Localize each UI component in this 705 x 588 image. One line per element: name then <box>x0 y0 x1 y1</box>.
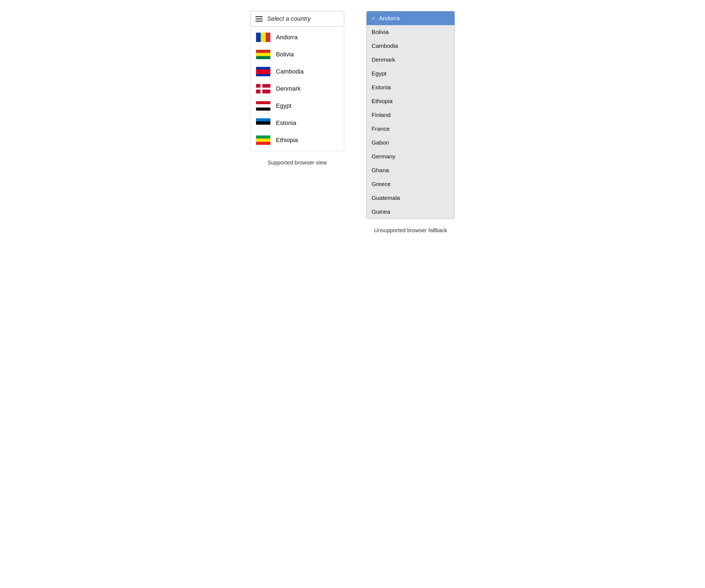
select-option-bolivia[interactable]: Bolivia <box>367 25 455 39</box>
right-panel: ✓ Andorra Bolivia Cambodia Denmark Egypt… <box>366 11 455 234</box>
list-item[interactable]: Andorra <box>250 29 344 46</box>
native-select[interactable]: ✓ Andorra Bolivia Cambodia Denmark Egypt… <box>366 11 455 219</box>
select-option-guinea[interactable]: Guinea <box>367 205 455 219</box>
select-box[interactable]: ✓ Andorra Bolivia Cambodia Denmark Egypt… <box>366 11 455 219</box>
list-item[interactable]: Denmark <box>250 80 344 97</box>
list-item[interactable]: Estonia <box>250 114 344 132</box>
select-option-estonia[interactable]: Estonia <box>367 81 455 94</box>
select-option-germany[interactable]: Germany <box>367 150 455 163</box>
list-item[interactable]: Egypt <box>250 97 344 114</box>
select-option-ghana[interactable]: Ghana <box>367 163 455 177</box>
custom-select[interactable]: Select a country Andorra Bolivia <box>250 11 344 151</box>
list-item[interactable]: Cambodia <box>250 63 344 80</box>
select-option-ethiopia[interactable]: Ethiopia <box>367 94 455 108</box>
left-panel: Select a country Andorra Bolivia <box>250 11 344 166</box>
flag-ethiopia <box>256 136 270 145</box>
left-panel-label: Supported browser view <box>268 159 327 166</box>
right-panel-label: Unsupported browser fallback <box>374 227 447 234</box>
select-option-finland[interactable]: Finland <box>367 108 455 122</box>
select-option-greece[interactable]: Greece <box>367 177 455 191</box>
list-item[interactable]: Bolivia <box>250 46 344 63</box>
checkmark-icon: ✓ <box>372 15 376 21</box>
hamburger-icon <box>255 16 263 21</box>
flag-cambodia <box>256 67 270 76</box>
select-option-france[interactable]: France <box>367 122 455 136</box>
select-option-denmark[interactable]: Denmark <box>367 53 455 67</box>
flag-estonia <box>256 118 270 128</box>
dropdown-list[interactable]: Andorra Bolivia Cambodia <box>250 27 344 151</box>
flag-denmark <box>256 84 270 93</box>
select-option-andorra[interactable]: ✓ Andorra <box>367 11 455 25</box>
select-option-gabon[interactable]: Gabon <box>367 136 455 150</box>
select-option-guatemala[interactable]: Guatemala <box>367 191 455 205</box>
select-trigger[interactable]: Select a country <box>250 11 344 27</box>
flag-egypt <box>256 101 270 110</box>
select-placeholder: Select a country <box>267 15 311 22</box>
flag-bolivia <box>256 50 270 59</box>
page-wrapper: Select a country Andorra Bolivia <box>250 11 455 234</box>
list-item[interactable]: Ethiopia <box>250 132 344 149</box>
custom-dropdown: Andorra Bolivia Cambodia <box>250 27 344 151</box>
select-option-cambodia[interactable]: Cambodia <box>367 39 455 53</box>
select-option-egypt[interactable]: Egypt <box>367 67 455 81</box>
flag-andorra <box>256 33 270 42</box>
